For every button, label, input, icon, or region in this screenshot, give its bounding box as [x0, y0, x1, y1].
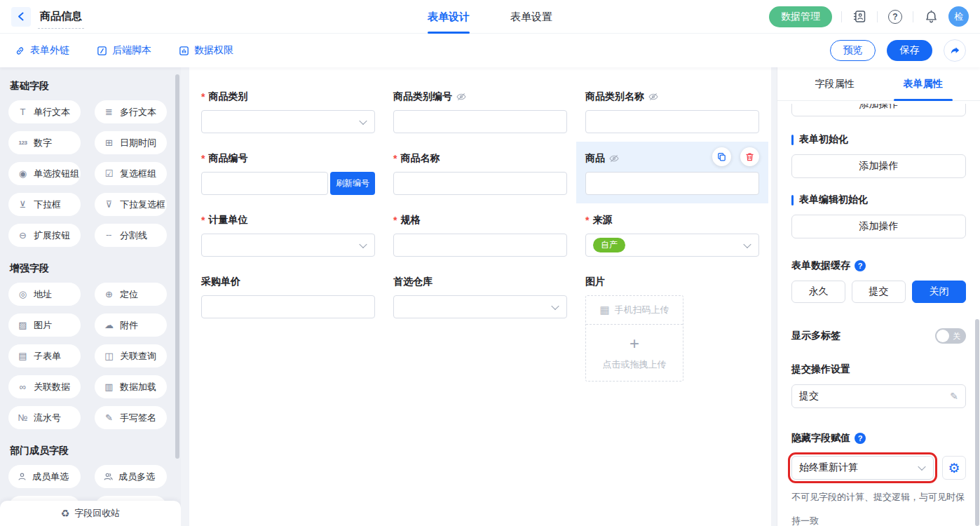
panel-content: 添加操作 表单初始化 添加操作 表单编辑初始化 添加操作 表单数据缓存 ?: [777, 104, 980, 526]
help-button[interactable]: ?: [887, 8, 904, 25]
field-pill-single-text[interactable]: T单行文本: [8, 100, 81, 123]
clipped-add-action-button[interactable]: 添加操作: [791, 104, 966, 116]
pill-label: 关联数据: [34, 381, 70, 393]
field-pill-extend-button[interactable]: ⊖扩展按钮: [8, 224, 81, 247]
field-pill-dropdown[interactable]: ⊻下拉框: [8, 193, 81, 216]
field-pill-serial-number[interactable]: №流水号: [8, 406, 81, 429]
field-pill-number[interactable]: 123数字: [8, 131, 81, 154]
product-name-input[interactable]: [393, 172, 567, 195]
field-purchase-price[interactable]: 采购单价: [192, 265, 384, 390]
form-edit-init-add-action-button[interactable]: 添加操作: [791, 215, 966, 238]
field-spec[interactable]: *规格: [384, 203, 576, 265]
contact-book-button[interactable]: [851, 8, 868, 25]
required-star: *: [393, 215, 397, 226]
hidden-assign-settings-button[interactable]: ⚙: [942, 456, 966, 480]
product-input[interactable]: [585, 172, 759, 195]
spec-input[interactable]: [393, 234, 567, 257]
page-scrollbar[interactable]: [975, 319, 979, 526]
required-star: *: [201, 215, 205, 226]
field-pill-image[interactable]: ▨图片: [8, 313, 81, 337]
cache-option-off[interactable]: 关闭: [912, 281, 966, 303]
field-pill-data-load[interactable]: ▥数据加载: [95, 375, 167, 398]
hidden-assign-select[interactable]: 始终重新计算: [791, 456, 934, 480]
field-pill-geolocation[interactable]: ⊕定位: [95, 283, 167, 306]
refresh-code-button[interactable]: 刷新编号: [330, 172, 375, 195]
field-preferred-warehouse[interactable]: 首选仓库: [384, 265, 576, 390]
unit-select[interactable]: [201, 234, 375, 257]
data-permission-label: 数据权限: [194, 44, 233, 57]
subform-icon: ▤: [17, 351, 29, 360]
field-pill-linked-data[interactable]: ∞关联数据: [8, 375, 81, 398]
field-pill-linked-query[interactable]: ◫关联查询: [95, 344, 167, 367]
product-code-input[interactable]: [201, 172, 328, 195]
form-init-add-action-button[interactable]: 添加操作: [791, 154, 966, 178]
hidden-assign-section-title: 隐藏字段赋值 ?: [791, 432, 966, 445]
multi-tab-toggle[interactable]: 关: [935, 328, 966, 344]
field-recycle-bin[interactable]: ♻ 字段回收站: [0, 501, 181, 526]
product-category-select[interactable]: [201, 110, 375, 133]
field-pill-dropdown-multi[interactable]: ⊽下拉复选框: [95, 193, 167, 216]
submit-ops-value: 提交: [799, 390, 819, 403]
notifications-button[interactable]: [923, 8, 939, 25]
cache-option-submit[interactable]: 提交: [852, 281, 906, 303]
tab-form-properties[interactable]: 表单属性: [899, 67, 947, 101]
field-pill-multi-text[interactable]: ≣多行文本: [95, 100, 167, 123]
field-pill-datetime[interactable]: ⊞日期时间: [95, 131, 167, 154]
scan-upload-button[interactable]: ▦ 手机扫码上传: [586, 296, 683, 325]
canvas-area: *商品类别 商品类别编号 商品类别名称: [181, 67, 777, 526]
source-select[interactable]: 自产: [585, 234, 759, 257]
back-button[interactable]: [11, 7, 31, 27]
category-name-input[interactable]: [585, 110, 759, 133]
data-permission-button[interactable]: 数据权限: [178, 44, 233, 57]
field-picture[interactable]: 图片 ▦ 手机扫码上传 + 点击或拖拽上传: [576, 265, 768, 390]
data-manage-button[interactable]: 数据管理: [769, 6, 832, 27]
sidebar-scrollbar[interactable]: [175, 74, 179, 459]
edit-icon[interactable]: ✎: [950, 391, 958, 402]
help-icon[interactable]: ?: [855, 260, 866, 271]
field-pill-member-multi[interactable]: 成员多选: [95, 465, 167, 488]
user-avatar[interactable]: 检: [948, 6, 969, 27]
preview-button[interactable]: 预览: [830, 40, 876, 61]
field-category-code[interactable]: 商品类别编号: [384, 80, 576, 142]
field-pill-signature[interactable]: ✎手写签名: [95, 406, 167, 429]
purchase-price-input[interactable]: [201, 295, 375, 318]
field-product-name[interactable]: *商品名称: [384, 142, 576, 203]
tab-form-settings[interactable]: 表单设置: [510, 0, 552, 34]
pill-label: 复选框组: [120, 168, 156, 180]
field-pill-divider[interactable]: ╌分割线: [95, 224, 167, 247]
cloud-upload-icon: ☁: [103, 321, 115, 330]
field-pill-subform[interactable]: ▤子表单: [8, 344, 81, 367]
eye-off-icon: [456, 91, 467, 102]
tab-field-properties[interactable]: 字段属性: [811, 67, 859, 101]
warehouse-select[interactable]: [393, 295, 567, 318]
field-pill-address[interactable]: ◎地址: [8, 283, 81, 306]
section-title-basic-fields: 基础字段: [10, 80, 181, 93]
backend-script-button[interactable]: 后端脚本: [96, 44, 151, 57]
field-product-category[interactable]: *商品类别: [192, 80, 384, 142]
field-category-name[interactable]: 商品类别名称: [576, 80, 768, 142]
field-product-selected[interactable]: 商品: [576, 142, 768, 203]
category-code-input[interactable]: [393, 110, 567, 133]
field-source[interactable]: *来源 自产: [576, 203, 768, 265]
share-button[interactable]: [944, 39, 966, 62]
field-pill-member-single[interactable]: 成员单选: [8, 465, 81, 488]
click-upload-button[interactable]: + 点击或拖拽上传: [586, 325, 683, 381]
required-star: *: [201, 91, 205, 102]
copy-field-button[interactable]: [712, 147, 731, 166]
field-product-code[interactable]: *商品编号 刷新编号: [192, 142, 384, 203]
properties-panel: 字段属性 表单属性 添加操作 表单初始化 添加操作 表单编辑初始化 添加操作: [777, 67, 980, 526]
pill-label: 下拉复选框: [120, 198, 165, 211]
tab-form-design[interactable]: 表单设计: [428, 0, 470, 34]
number-icon: 123: [17, 140, 29, 146]
field-unit[interactable]: *计量单位: [192, 203, 384, 265]
external-link-button[interactable]: 表单外链: [14, 44, 69, 57]
field-pill-checkbox-group[interactable]: ☑复选框组: [95, 162, 167, 185]
form-title[interactable]: 商品信息: [38, 10, 84, 29]
field-pill-attachment[interactable]: ☁附件: [95, 313, 167, 337]
cache-option-permanent[interactable]: 永久: [791, 281, 845, 303]
delete-field-button[interactable]: [740, 147, 759, 166]
help-icon[interactable]: ?: [855, 433, 866, 444]
save-button[interactable]: 保存: [887, 40, 932, 61]
field-pill-radio-group[interactable]: ◉单选按钮组: [8, 162, 81, 185]
submit-ops-field[interactable]: 提交 ✎: [791, 384, 966, 408]
